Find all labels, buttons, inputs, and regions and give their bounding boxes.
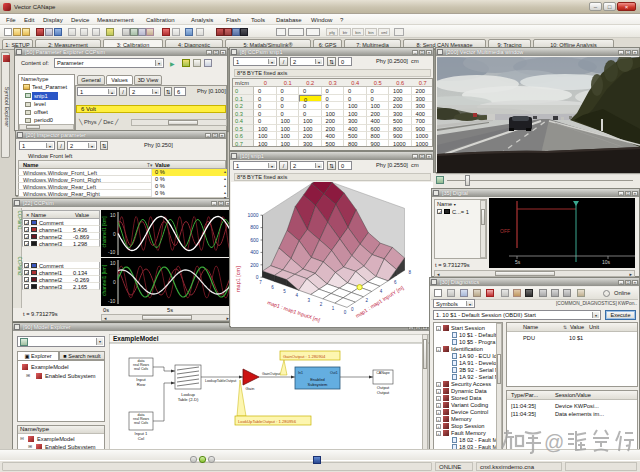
svg-text:5s: 5s <box>515 259 521 265</box>
svg-text:Subsystem: Subsystem <box>308 382 328 387</box>
svg-text:GainOutput: GainOutput <box>262 372 280 376</box>
svg-text:LookUpTableOutput : 1.280956: LookUpTableOutput : 1.280956 <box>238 419 297 424</box>
svg-text:Gain: Gain <box>246 386 256 391</box>
svg-text:OFF: OFF <box>500 228 510 234</box>
svg-text:Table (2-D): Table (2-D) <box>178 397 199 402</box>
svg-text:10s: 10s <box>602 259 611 265</box>
svg-text:channel1 [km]: channel1 [km] <box>101 216 107 248</box>
svg-text:10: 10 <box>110 260 116 266</box>
svg-text:10: 10 <box>110 212 116 218</box>
svg-text:800: 800 <box>250 224 259 230</box>
svg-text:ExampleModel: ExampleModel <box>113 335 159 343</box>
svg-text:0: 0 <box>113 279 116 285</box>
svg-text:CANape: CANape <box>376 371 390 375</box>
svg-text:GainOutput : 1.280904: GainOutput : 1.280904 <box>283 354 326 359</box>
svg-text:400: 400 <box>250 249 259 255</box>
svg-text:real Cols: real Cols <box>134 367 148 371</box>
svg-text:Output: Output <box>377 390 390 395</box>
svg-text:-10: -10 <box>108 298 115 304</box>
svg-text:0: 0 <box>256 274 259 280</box>
svg-text:600: 600 <box>250 237 259 243</box>
svg-text:In1: In1 <box>298 371 303 375</box>
svg-text:Out1: Out1 <box>330 371 338 375</box>
svg-text:0: 0 <box>113 231 116 237</box>
svg-text:@: @ <box>544 431 564 453</box>
svg-text:-10: -10 <box>108 249 115 255</box>
svg-text:LookupTableOutput: LookupTableOutput <box>205 379 236 383</box>
svg-text:Col: Col <box>138 436 144 441</box>
svg-text:1000: 1000 <box>247 212 258 218</box>
svg-text:real Cols: real Cols <box>134 421 148 425</box>
svg-text:200: 200 <box>250 262 259 268</box>
svg-text:Row: Row <box>137 382 146 387</box>
svg-text:map1 [cm]: map1 [cm] <box>235 266 241 292</box>
svg-text:channel1 [km]: channel1 [km] <box>101 264 107 296</box>
